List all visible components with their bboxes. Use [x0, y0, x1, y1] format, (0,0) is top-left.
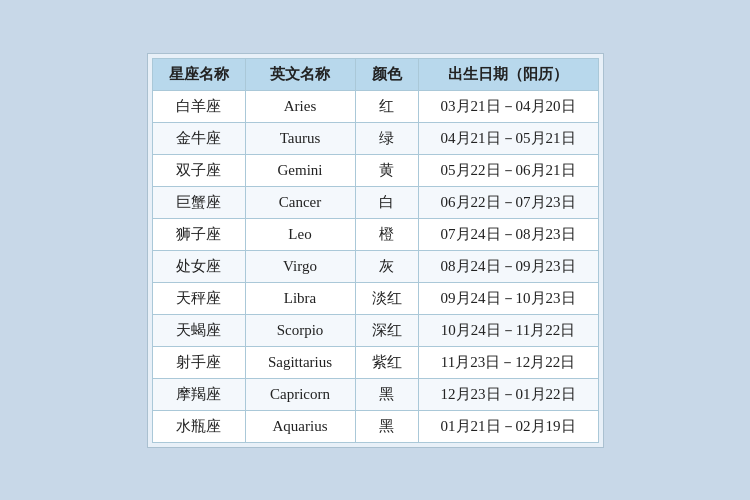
- cell-english: Cancer: [245, 186, 355, 218]
- cell-english: Capricorn: [245, 378, 355, 410]
- cell-english: Virgo: [245, 250, 355, 282]
- cell-english: Aquarius: [245, 410, 355, 442]
- cell-chinese: 水瓶座: [152, 410, 245, 442]
- table-header-row: 星座名称 英文名称 颜色 出生日期（阳历）: [152, 58, 598, 90]
- cell-color: 灰: [355, 250, 418, 282]
- table-body: 白羊座Aries红03月21日－04月20日金牛座Taurus绿04月21日－0…: [152, 90, 598, 442]
- table-row: 巨蟹座Cancer白06月22日－07月23日: [152, 186, 598, 218]
- cell-color: 黑: [355, 410, 418, 442]
- cell-english: Leo: [245, 218, 355, 250]
- cell-color: 绿: [355, 122, 418, 154]
- cell-date: 06月22日－07月23日: [418, 186, 598, 218]
- cell-chinese: 射手座: [152, 346, 245, 378]
- cell-color: 深红: [355, 314, 418, 346]
- cell-chinese: 巨蟹座: [152, 186, 245, 218]
- cell-english: Scorpio: [245, 314, 355, 346]
- cell-date: 09月24日－10月23日: [418, 282, 598, 314]
- cell-date: 03月21日－04月20日: [418, 90, 598, 122]
- cell-date: 01月21日－02月19日: [418, 410, 598, 442]
- table-row: 天秤座Libra淡红09月24日－10月23日: [152, 282, 598, 314]
- cell-color: 红: [355, 90, 418, 122]
- cell-date: 12月23日－01月22日: [418, 378, 598, 410]
- table-row: 白羊座Aries红03月21日－04月20日: [152, 90, 598, 122]
- table-row: 摩羯座Capricorn黑12月23日－01月22日: [152, 378, 598, 410]
- table-row: 射手座Sagittarius紫红11月23日－12月22日: [152, 346, 598, 378]
- cell-english: Sagittarius: [245, 346, 355, 378]
- cell-chinese: 处女座: [152, 250, 245, 282]
- cell-color: 黑: [355, 378, 418, 410]
- cell-date: 10月24日－11月22日: [418, 314, 598, 346]
- header-chinese: 星座名称: [152, 58, 245, 90]
- cell-date: 05月22日－06月21日: [418, 154, 598, 186]
- cell-english: Libra: [245, 282, 355, 314]
- cell-color: 黄: [355, 154, 418, 186]
- header-date: 出生日期（阳历）: [418, 58, 598, 90]
- cell-date: 08月24日－09月23日: [418, 250, 598, 282]
- cell-chinese: 摩羯座: [152, 378, 245, 410]
- cell-english: Aries: [245, 90, 355, 122]
- table-row: 双子座Gemini黄05月22日－06月21日: [152, 154, 598, 186]
- cell-chinese: 金牛座: [152, 122, 245, 154]
- header-english: 英文名称: [245, 58, 355, 90]
- cell-date: 04月21日－05月21日: [418, 122, 598, 154]
- cell-color: 淡红: [355, 282, 418, 314]
- cell-color: 紫红: [355, 346, 418, 378]
- table-row: 处女座Virgo灰08月24日－09月23日: [152, 250, 598, 282]
- table-row: 水瓶座Aquarius黑01月21日－02月19日: [152, 410, 598, 442]
- cell-english: Taurus: [245, 122, 355, 154]
- cell-chinese: 白羊座: [152, 90, 245, 122]
- zodiac-table-container: 星座名称 英文名称 颜色 出生日期（阳历） 白羊座Aries红03月21日－04…: [147, 53, 604, 448]
- cell-chinese: 天蝎座: [152, 314, 245, 346]
- cell-chinese: 狮子座: [152, 218, 245, 250]
- cell-chinese: 天秤座: [152, 282, 245, 314]
- cell-chinese: 双子座: [152, 154, 245, 186]
- cell-date: 11月23日－12月22日: [418, 346, 598, 378]
- cell-color: 橙: [355, 218, 418, 250]
- table-row: 狮子座Leo橙07月24日－08月23日: [152, 218, 598, 250]
- cell-date: 07月24日－08月23日: [418, 218, 598, 250]
- cell-color: 白: [355, 186, 418, 218]
- header-color: 颜色: [355, 58, 418, 90]
- zodiac-table: 星座名称 英文名称 颜色 出生日期（阳历） 白羊座Aries红03月21日－04…: [152, 58, 599, 443]
- cell-english: Gemini: [245, 154, 355, 186]
- table-row: 金牛座Taurus绿04月21日－05月21日: [152, 122, 598, 154]
- table-row: 天蝎座Scorpio深红10月24日－11月22日: [152, 314, 598, 346]
